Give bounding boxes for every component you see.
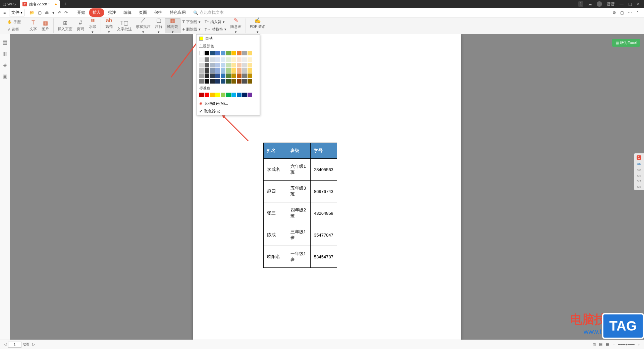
collapse-ribbon-icon[interactable]: ⌃ <box>636 10 639 15</box>
convert-to-excel-button[interactable]: ▦ 转为Excel <box>612 39 640 47</box>
color-swatch[interactable] <box>237 57 241 62</box>
color-swatch[interactable] <box>226 57 231 62</box>
color-swatch[interactable] <box>248 68 252 73</box>
image-tool[interactable]: ▦图片 <box>39 18 51 33</box>
color-swatch[interactable] <box>221 79 225 84</box>
color-swatch[interactable] <box>221 73 225 78</box>
color-swatch[interactable] <box>242 93 247 97</box>
color-swatch[interactable] <box>226 73 231 78</box>
color-swatch[interactable] <box>199 68 204 73</box>
color-swatch[interactable] <box>221 51 225 55</box>
view-mode-1-icon[interactable]: ▥ <box>592 342 596 347</box>
next-page-icon[interactable]: ▷ <box>32 342 35 347</box>
color-swatch[interactable] <box>221 57 225 62</box>
color-swatch[interactable] <box>215 79 220 84</box>
annotation-tool[interactable]: ▢注解 ▾ <box>153 18 165 33</box>
tab-protect[interactable]: 保护 <box>151 8 166 17</box>
page-number-tool[interactable]: #页码 <box>74 18 87 33</box>
color-swatch[interactable] <box>231 73 236 78</box>
color-swatch[interactable] <box>215 57 220 62</box>
color-swatch[interactable] <box>210 51 215 55</box>
notification-badge[interactable]: 1 <box>578 1 583 7</box>
tab-insert[interactable]: 插入 <box>89 8 104 17</box>
color-swatch[interactable] <box>226 93 231 97</box>
color-swatch[interactable] <box>248 79 252 84</box>
color-swatch[interactable] <box>210 68 215 73</box>
freehand-tool[interactable]: ✎随意画 ▾ <box>228 18 244 33</box>
user-avatar[interactable] <box>597 1 602 7</box>
prev-page-icon[interactable]: ◁ <box>4 342 7 347</box>
underline-tool[interactable]: T̲下划线 ▾ <box>180 18 203 26</box>
print-dropdown-icon[interactable]: ▾ <box>52 10 54 15</box>
color-swatch[interactable] <box>205 79 209 84</box>
highlight-tool[interactable]: ab高亮 ▾ <box>103 18 115 33</box>
more-colors-button[interactable]: ◉ 其他颜色(M)... <box>197 100 260 107</box>
shape-annotation-tool[interactable]: ／形状批注 ▾ <box>134 18 153 33</box>
zoom-in-icon[interactable]: + <box>638 343 640 347</box>
color-swatch[interactable] <box>221 93 225 97</box>
file-menu[interactable]: 文件 ▾ <box>9 9 25 16</box>
color-swatch[interactable] <box>248 63 252 67</box>
color-swatch[interactable] <box>242 51 247 55</box>
maximize-button[interactable]: ▢ <box>628 2 632 6</box>
close-button[interactable]: ✕ <box>637 2 640 6</box>
view-mode-3-icon[interactable]: ▦ <box>606 342 609 347</box>
more-icon[interactable]: ⋯ <box>628 10 632 15</box>
tab-edit[interactable]: 编辑 <box>120 8 135 17</box>
color-swatch[interactable] <box>205 93 209 97</box>
area-highlight-tool[interactable]: ▦域高亮 ▾ <box>165 18 180 33</box>
color-swatch[interactable] <box>205 57 209 62</box>
settings-icon[interactable]: ⚙ <box>612 10 616 15</box>
color-swatch[interactable] <box>210 93 215 97</box>
minimize-button[interactable]: — <box>620 2 624 6</box>
tab-start[interactable]: 开始 <box>74 8 89 17</box>
color-swatch[interactable] <box>242 57 247 62</box>
page-number-input[interactable] <box>8 342 21 348</box>
save-icon[interactable]: ▢ <box>38 10 42 15</box>
color-swatch[interactable] <box>205 68 209 73</box>
color-swatch[interactable] <box>215 51 220 55</box>
color-swatch[interactable] <box>248 51 252 55</box>
color-swatch[interactable] <box>199 79 204 84</box>
color-swatch[interactable] <box>215 73 220 78</box>
color-swatch[interactable] <box>237 73 241 78</box>
color-swatch[interactable] <box>226 79 231 84</box>
color-swatch[interactable] <box>226 63 231 67</box>
color-swatch[interactable] <box>248 57 252 62</box>
color-swatch[interactable] <box>210 73 215 78</box>
color-swatch[interactable] <box>242 73 247 78</box>
color-swatch[interactable] <box>237 63 241 67</box>
insert-char-tool[interactable]: T⁺插入符 ▾ <box>203 18 228 26</box>
color-swatch[interactable] <box>242 79 247 84</box>
zoom-slider[interactable]: ━━━●━━━ <box>618 342 635 347</box>
color-swatch[interactable] <box>199 63 204 67</box>
color-swatch[interactable] <box>205 73 209 78</box>
color-swatch[interactable] <box>237 68 241 73</box>
eyedropper-button[interactable]: ⤢ 取色器(E) <box>197 107 260 115</box>
open-icon[interactable]: 📂 <box>30 10 35 15</box>
redo-icon[interactable]: ↷ <box>64 10 68 15</box>
color-swatch[interactable] <box>231 79 236 84</box>
color-swatch[interactable] <box>237 51 241 55</box>
color-swatch[interactable] <box>231 68 236 73</box>
attachments-icon[interactable]: ◈ <box>2 62 8 68</box>
strikethrough-tool[interactable]: T̶删除线 ▾ <box>180 26 203 33</box>
color-swatch[interactable] <box>205 63 209 67</box>
color-swatch[interactable] <box>210 79 215 84</box>
color-swatch[interactable] <box>231 57 236 62</box>
color-swatch[interactable] <box>231 93 236 97</box>
color-swatch[interactable] <box>221 63 225 67</box>
tab-page[interactable]: 页面 <box>136 8 150 17</box>
comments-icon[interactable]: ▣ <box>2 73 8 79</box>
color-swatch[interactable] <box>242 63 247 67</box>
view-mode-2-icon[interactable]: ▤ <box>599 342 602 347</box>
text-tool[interactable]: T文字 <box>27 18 39 33</box>
color-swatch[interactable] <box>248 73 252 78</box>
color-swatch[interactable] <box>215 63 220 67</box>
color-swatch[interactable] <box>231 51 236 55</box>
color-swatch[interactable] <box>215 93 220 97</box>
color-swatch[interactable] <box>199 73 204 78</box>
hamburger-icon[interactable]: ≡ <box>1 9 8 17</box>
color-swatch[interactable] <box>199 51 204 55</box>
color-swatch[interactable] <box>199 93 204 97</box>
